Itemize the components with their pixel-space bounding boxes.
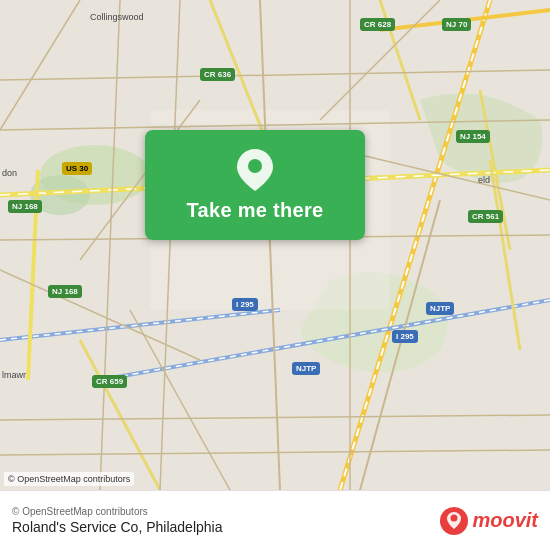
- map-roads: [0, 0, 550, 490]
- take-me-there-label: Take me there: [187, 199, 324, 222]
- badge-cr636: CR 636: [200, 68, 235, 81]
- badge-njtp1: NJTP: [426, 302, 454, 315]
- footer-left: © OpenStreetMap contributors Roland's Se…: [12, 506, 222, 535]
- moovit-brand-text: moovit: [472, 509, 538, 532]
- badge-nj70: NJ 70: [442, 18, 471, 31]
- badge-cr628: CR 628: [360, 18, 395, 31]
- badge-njtp2: NJTP: [292, 362, 320, 375]
- footer: © OpenStreetMap contributors Roland's Se…: [0, 490, 550, 550]
- take-me-there-button[interactable]: Take me there: [145, 130, 365, 240]
- copyright-text: © OpenStreetMap contributors: [12, 506, 222, 517]
- badge-nj168a: NJ 168: [8, 200, 42, 213]
- location-pin-icon: [237, 149, 273, 191]
- moovit-logo: moovit: [440, 507, 538, 535]
- badge-cr561: CR 561: [468, 210, 503, 223]
- badge-cr659: CR 659: [92, 375, 127, 388]
- badge-nj168b: NJ 168: [48, 285, 82, 298]
- badge-i295b: I 295: [392, 330, 418, 343]
- badge-i295a: I 295: [232, 298, 258, 311]
- map-container: CR 628 NJ 70 CR 636 NJ 154 NJ 168 NJ 168…: [0, 0, 550, 490]
- moovit-brand-icon: [440, 507, 468, 535]
- svg-point-37: [451, 514, 458, 521]
- svg-point-35: [248, 159, 262, 173]
- badge-nj154: NJ 154: [456, 130, 490, 143]
- location-title: Roland's Service Co, Philadelphia: [12, 519, 222, 535]
- osm-attribution: © OpenStreetMap contributors: [4, 472, 134, 486]
- badge-us30: US 30: [62, 162, 92, 175]
